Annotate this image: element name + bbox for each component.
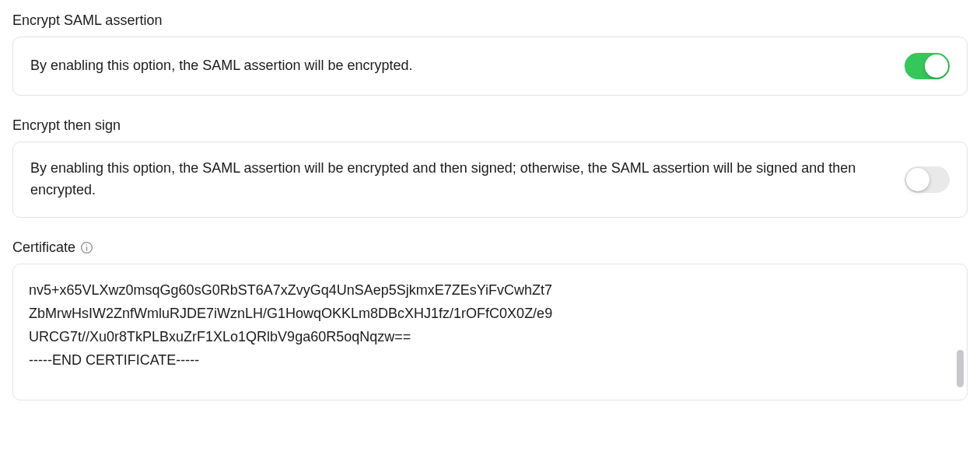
certificate-textarea[interactable]: nv5+x65VLXwz0msqGg60sG0RbST6A7xZvyGq4UnS…: [12, 264, 968, 400]
svg-point-2: [86, 244, 87, 245]
encrypt-saml-assertion-title: Encrypt SAML assertion: [12, 12, 968, 29]
encrypt-then-sign-card: By enabling this option, the SAML assert…: [12, 142, 968, 218]
encrypt-saml-assertion-description: By enabling this option, the SAML assert…: [30, 55, 873, 77]
certificate-title: Certificate: [12, 239, 75, 256]
encrypt-saml-assertion-toggle[interactable]: [905, 53, 950, 79]
certificate-section: Certificate nv5+x65VLXwz0msqGg60sG0RbST6…: [12, 239, 968, 400]
encrypt-saml-assertion-section: Encrypt SAML assertion By enabling this …: [12, 12, 968, 96]
info-icon[interactable]: [80, 241, 93, 254]
encrypt-then-sign-title: Encrypt then sign: [12, 117, 968, 134]
encrypt-then-sign-section: Encrypt then sign By enabling this optio…: [12, 117, 968, 218]
encrypt-then-sign-description: By enabling this option, the SAML assert…: [30, 158, 873, 201]
encrypt-then-sign-toggle[interactable]: [905, 166, 950, 193]
certificate-title-row: Certificate: [12, 239, 968, 256]
scrollbar-thumb[interactable]: [957, 350, 964, 387]
toggle-knob: [925, 54, 948, 78]
toggle-knob: [906, 168, 929, 191]
encrypt-saml-assertion-card: By enabling this option, the SAML assert…: [12, 37, 968, 96]
certificate-content: nv5+x65VLXwz0msqGg60sG0RbST6A7xZvyGq4UnS…: [29, 278, 951, 372]
